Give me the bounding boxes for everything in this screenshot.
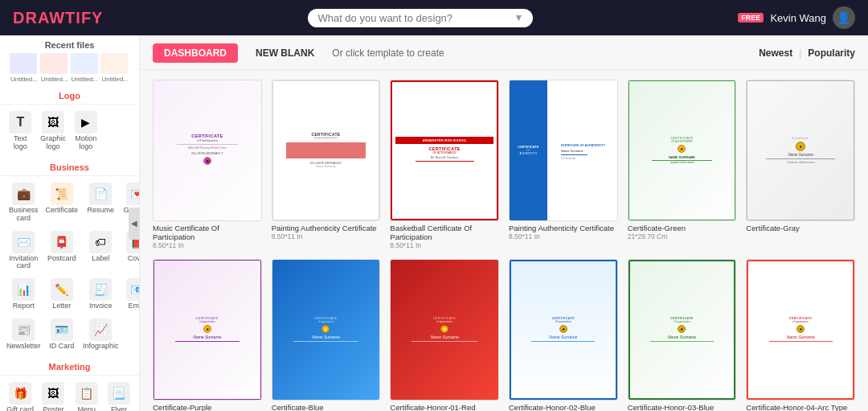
letter-label: Letter bbox=[52, 302, 71, 310]
infographic-label: Infographic bbox=[83, 343, 119, 351]
template-card-12[interactable]: CERTIFICATE of appreciation ★ Name Surna… bbox=[746, 259, 855, 411]
sidebar-item-gift-card[interactable]: 🎁 Gift card bbox=[5, 379, 35, 411]
template-name-10: Certificate-Honor-02-Blue bbox=[509, 403, 618, 411]
template-name-5: Certificate-Green bbox=[628, 224, 737, 232]
postcard-icon: 📮 bbox=[51, 231, 73, 253]
logo-draw: DRAW bbox=[13, 9, 65, 27]
section-business-title: Business bbox=[0, 158, 139, 176]
section-logo-title: Logo bbox=[0, 86, 139, 105]
recent-item-1[interactable]: Untitled... bbox=[10, 53, 39, 83]
graphic-logo-icon: 🖼 bbox=[42, 111, 64, 134]
recent-item-4[interactable]: Untitled... bbox=[100, 53, 129, 83]
sidebar-item-label[interactable]: 🏷 Label bbox=[81, 228, 121, 274]
template-card-7[interactable]: CERTIFICATE of appreciation ★ Name Surna… bbox=[153, 259, 262, 411]
chevron-down-icon: ▼ bbox=[514, 12, 524, 23]
sidebar-item-invoice[interactable]: 🧾 Invoice bbox=[81, 275, 121, 314]
avatar: 👤 bbox=[833, 6, 855, 29]
report-label: Report bbox=[13, 302, 35, 310]
poster-icon: 🖼 bbox=[42, 382, 64, 405]
content-header-left: DASHBOARD NEW BLANK Or click template to… bbox=[153, 43, 444, 63]
section-marketing-title: Marketing bbox=[0, 357, 139, 376]
sidebar-item-motion-logo[interactable]: ▶ Motion logo bbox=[71, 108, 102, 154]
sidebar-item-poster[interactable]: 🖼 Poster bbox=[37, 379, 70, 411]
sidebar-item-letter[interactable]: ✏️ Letter bbox=[44, 275, 80, 314]
sidebar-item-text-logo[interactable]: T Text logo bbox=[5, 108, 36, 154]
sort-newest-button[interactable]: Newest bbox=[759, 47, 792, 59]
label-icon: 🏷 bbox=[89, 231, 112, 253]
sidebar-item-certificate[interactable]: 📜 Certificate bbox=[44, 179, 80, 226]
sidebar-item-infographic[interactable]: 📈 Infographic bbox=[81, 315, 121, 354]
sidebar: Recent files Untitled... Untitled... Unt… bbox=[0, 35, 140, 411]
id-card-icon: 🪪 bbox=[51, 319, 73, 341]
search-input[interactable] bbox=[317, 12, 509, 24]
postcard-label: Postcard bbox=[47, 255, 76, 263]
recent-item-2[interactable]: Untitled... bbox=[40, 53, 69, 83]
recent-item-label-1: Untitled... bbox=[10, 74, 39, 83]
sidebar-item-id-card[interactable]: 🪪 ID Card bbox=[44, 315, 80, 354]
text-logo-label: Text logo bbox=[6, 135, 35, 151]
recent-thumbs-grid: Untitled... Untitled... Untitled... Unti… bbox=[6, 53, 133, 83]
user-menu[interactable]: FREE Kevin Wang 👤 bbox=[738, 6, 855, 29]
sidebar-item-graphic-logo[interactable]: 🖼 Graphic logo bbox=[38, 108, 69, 154]
sidebar-item-email[interactable]: 📧 Email bbox=[122, 275, 140, 314]
template-name-3: Basketball Certificate Of Participation bbox=[390, 224, 499, 242]
logo-tify: TIFY bbox=[65, 9, 103, 27]
flyer-icon: 📃 bbox=[108, 382, 130, 405]
sidebar-item-report[interactable]: 📊 Report bbox=[5, 275, 43, 314]
recent-item-label-3: Untitled... bbox=[71, 74, 100, 83]
search-bar[interactable]: ▼ bbox=[308, 9, 533, 27]
newsletter-icon: 📰 bbox=[12, 319, 35, 341]
sidebar-item-postcard[interactable]: 📮 Postcard bbox=[44, 228, 80, 274]
or-text: Or click template to create bbox=[332, 47, 444, 59]
sort-popularity-button[interactable]: Popularity bbox=[808, 47, 855, 59]
tab-dashboard[interactable]: DASHBOARD bbox=[153, 43, 238, 63]
template-size-2: 8.50*11 In bbox=[272, 232, 381, 240]
template-name-7: Certificate-Purple bbox=[153, 403, 262, 411]
motion-logo-label: Motion logo bbox=[72, 135, 100, 151]
template-name-4: Painting Authenticity Certificate bbox=[509, 224, 618, 232]
poster-label: Poster bbox=[43, 406, 63, 411]
template-card-3[interactable]: ARMARSTER HIGH SCHOOL CERTIFICATE OF ATT… bbox=[390, 80, 499, 249]
sort-divider: | bbox=[799, 47, 801, 59]
tab-new-blank[interactable]: NEW BLANK bbox=[244, 43, 326, 63]
template-card-1[interactable]: CERTIFICATE of Participation West Hill P… bbox=[153, 80, 262, 249]
template-size-4: 8.50*11 In bbox=[509, 232, 618, 240]
label-label: Label bbox=[92, 255, 109, 263]
sidebar-item-invitation-card[interactable]: ✉️ Invitation card bbox=[5, 228, 43, 274]
template-name-8: Certificate-Blue bbox=[272, 403, 381, 411]
section-marketing-grid: 🎁 Gift card 🖼 Poster 📋 Menu 📃 Flyer 🚩 bbox=[0, 376, 139, 411]
sidebar-item-business-card[interactable]: 💼 Business card bbox=[5, 179, 43, 226]
business-card-label: Business card bbox=[6, 207, 41, 223]
template-size-5: 21*29.70 Cm bbox=[628, 232, 737, 240]
sidebar-item-newsletter[interactable]: 📰 Newsletter bbox=[5, 315, 43, 354]
recent-files-section: Recent files Untitled... Untitled... Unt… bbox=[0, 35, 139, 86]
invitation-card-icon: ✉️ bbox=[12, 231, 35, 253]
logo: DRAWTIFY bbox=[13, 9, 103, 27]
email-label: Email bbox=[129, 302, 140, 310]
certificate-icon: 📜 bbox=[51, 183, 73, 205]
template-card-11[interactable]: CERTIFICATE Of appreciation ★ Name Surna… bbox=[628, 259, 737, 411]
sidebar-item-flyer[interactable]: 📃 Flyer bbox=[104, 379, 134, 411]
template-card-8[interactable]: CERTIFICATE of appreciation ★ Name Surna… bbox=[272, 259, 381, 411]
template-card-9[interactable]: CERTIFICATE of appreciation ★ Name Surna… bbox=[390, 259, 499, 411]
content-area: DASHBOARD NEW BLANK Or click template to… bbox=[140, 35, 868, 411]
template-card-2[interactable]: CERTIFICATE OF AUTHENTICITY ELLISON KERN… bbox=[272, 80, 381, 249]
sidebar-item-resume[interactable]: 📄 Resume bbox=[81, 179, 121, 226]
text-logo-icon: T bbox=[9, 111, 31, 134]
recent-item-label-2: Untitled... bbox=[40, 74, 69, 83]
recent-item-3[interactable]: Untitled... bbox=[71, 53, 100, 83]
sidebar-collapse-button[interactable]: ◀ bbox=[129, 208, 140, 240]
section-logo-grid: T Text logo 🖼 Graphic logo ▶ Motion logo bbox=[0, 105, 139, 158]
greeting-card-icon: 💌 bbox=[126, 183, 140, 205]
sidebar-item-menu[interactable]: 📋 Menu bbox=[72, 379, 102, 411]
recent-item-label-4: Untitled... bbox=[100, 74, 129, 83]
template-card-6[interactable]: Certificate ★ Name Surname Certificate o… bbox=[746, 80, 855, 249]
template-card-4[interactable]: CERTIFICATE OF AUTHENTICITY CERTIFICATE … bbox=[509, 80, 618, 249]
email-icon: 📧 bbox=[126, 278, 140, 301]
report-icon: 📊 bbox=[12, 278, 35, 301]
template-name-12: Certificate-Honor-04-Arc Type bbox=[746, 403, 855, 411]
template-card-5[interactable]: CERTIFICATE OF ACHIEVEMENT ★ NAME SURNAM… bbox=[628, 80, 737, 249]
menu-label: Menu bbox=[78, 406, 96, 411]
business-card-icon: 💼 bbox=[12, 183, 35, 205]
template-card-10[interactable]: CERTIFICATE Of appreciation ★ Name Surna… bbox=[509, 259, 618, 411]
